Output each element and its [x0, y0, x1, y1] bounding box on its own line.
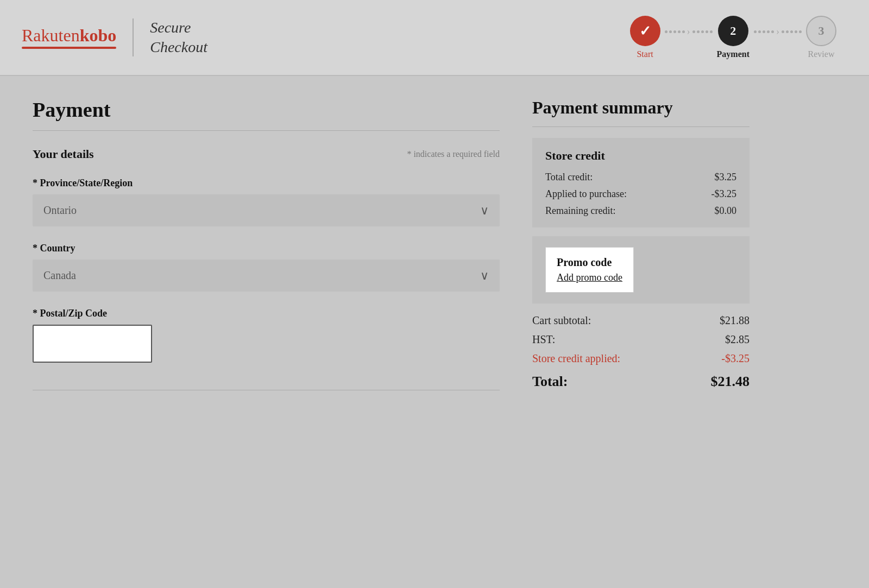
logo-text: Rakutenkobo: [22, 27, 116, 44]
country-value[interactable]: Canada: [33, 260, 500, 292]
details-header-row: Your details * indicates a required fiel…: [33, 147, 500, 161]
postal-zip-input[interactable]: [33, 325, 152, 363]
applied-to-purchase-row: Applied to purchase: -$3.25: [545, 188, 736, 200]
payment-title: Payment: [33, 98, 500, 122]
dot: [701, 30, 704, 33]
total-credit-value: $3.25: [715, 172, 737, 183]
dot-line-1: [665, 30, 685, 33]
left-panel: Payment Your details * indicates a requi…: [33, 98, 500, 390]
step-review-number: 3: [818, 24, 824, 38]
remaining-value: $0.00: [715, 205, 737, 217]
dot: [754, 30, 757, 33]
dot: [706, 30, 708, 33]
step-start-circle: ✓: [630, 16, 660, 46]
step-payment[interactable]: 2 Payment: [717, 16, 750, 59]
cart-subtotal-row: Cart subtotal: $21.88: [532, 314, 750, 327]
country-select-wrapper[interactable]: Canada ∨: [33, 260, 500, 292]
total-credit-row: Total credit: $3.25: [545, 172, 736, 183]
secure-checkout-title: SecureCheckout: [150, 18, 207, 58]
hst-value: $2.85: [725, 333, 750, 346]
country-label: * Country: [33, 243, 500, 254]
dot: [692, 30, 695, 33]
postal-label: * Postal/Zip Code: [33, 308, 500, 319]
kobo-text: kobo: [80, 26, 117, 45]
remaining-credit-row: Remaining credit: $0.00: [545, 205, 736, 217]
total-row: Total: $21.48: [532, 374, 750, 390]
postal-field-group: * Postal/Zip Code: [33, 308, 500, 363]
cart-subtotal-label: Cart subtotal:: [532, 314, 591, 327]
dot: [673, 30, 676, 33]
country-field-group: * Country Canada ∨: [33, 243, 500, 292]
hst-row: HST: $2.85: [532, 333, 750, 346]
logo-container: Rakutenkobo: [22, 27, 116, 49]
header: Rakutenkobo SecureCheckout ✓ Start: [0, 0, 869, 76]
store-credit-box: Store credit Total credit: $3.25 Applied…: [532, 138, 750, 227]
promo-section: Promo code Add promo code: [532, 236, 750, 304]
total-label: Total:: [532, 374, 568, 390]
connector-2: ›: [754, 26, 802, 37]
total-credit-label: Total credit:: [545, 172, 593, 183]
promo-box: Promo code Add promo code: [545, 247, 634, 293]
dot: [790, 30, 793, 33]
your-details-label: Your details: [33, 147, 94, 161]
connector-1: ›: [665, 26, 713, 37]
province-select-wrapper[interactable]: Ontario ∨: [33, 194, 500, 226]
applied-value: -$3.25: [711, 188, 737, 200]
dot: [682, 30, 685, 33]
dot: [799, 30, 802, 33]
province-label: * Province/State/Region: [33, 178, 500, 189]
dot: [767, 30, 770, 33]
step-review-label: Review: [808, 49, 835, 59]
step-start[interactable]: ✓ Start: [630, 16, 660, 59]
dot: [678, 30, 681, 33]
rakuten-text: Rakuten: [22, 26, 80, 45]
dot-line-2: [692, 30, 713, 33]
cart-summary-section: Cart subtotal: $21.88 HST: $2.85 Store c…: [532, 314, 750, 390]
dot-line-3: [754, 30, 774, 33]
arrow-icon-1: ›: [687, 26, 690, 37]
hst-label: HST:: [532, 333, 555, 346]
step-start-label: Start: [637, 49, 653, 59]
required-field-note: * indicates a required field: [94, 149, 500, 159]
dot: [782, 30, 784, 33]
promo-title: Promo code: [557, 256, 622, 269]
step-payment-label: Payment: [717, 49, 750, 59]
step-payment-circle: 2: [718, 16, 748, 46]
dot: [697, 30, 700, 33]
step-payment-number: 2: [730, 24, 736, 38]
header-divider: [133, 18, 134, 56]
logo-swoosh: [22, 47, 116, 49]
arrow-icon-2: ›: [776, 26, 779, 37]
store-credit-applied-row: Store credit applied: -$3.25: [532, 352, 750, 365]
payment-divider: [33, 130, 500, 131]
dot: [795, 30, 797, 33]
applied-label: Applied to purchase:: [545, 188, 627, 200]
cart-subtotal-value: $21.88: [720, 314, 750, 327]
checkout-steps: ✓ Start › 2: [630, 16, 836, 59]
dot: [710, 30, 713, 33]
checkmark-icon: ✓: [639, 23, 651, 40]
total-value: $21.48: [711, 374, 750, 390]
add-promo-link[interactable]: Add promo code: [557, 272, 622, 283]
summary-title: Payment summary: [532, 98, 750, 118]
dot: [771, 30, 774, 33]
bottom-divider: [33, 390, 500, 390]
credit-applied-value: -$3.25: [721, 352, 750, 365]
step-review-circle: 3: [806, 16, 836, 46]
credit-applied-label: Store credit applied:: [532, 352, 620, 365]
summary-divider: [532, 127, 750, 127]
logo-area: Rakutenkobo: [22, 27, 116, 49]
remaining-label: Remaining credit:: [545, 205, 615, 217]
dot: [665, 30, 668, 33]
dot: [763, 30, 765, 33]
main-content: Payment Your details * indicates a requi…: [0, 76, 869, 412]
province-value[interactable]: Ontario: [33, 194, 500, 226]
dot-line-4: [782, 30, 802, 33]
store-credit-title: Store credit: [545, 149, 736, 163]
right-panel: Payment summary Store credit Total credi…: [532, 98, 750, 390]
dot: [786, 30, 789, 33]
dot: [758, 30, 761, 33]
dot: [669, 30, 672, 33]
step-review[interactable]: 3 Review: [806, 16, 836, 59]
province-field-group: * Province/State/Region Ontario ∨: [33, 178, 500, 226]
